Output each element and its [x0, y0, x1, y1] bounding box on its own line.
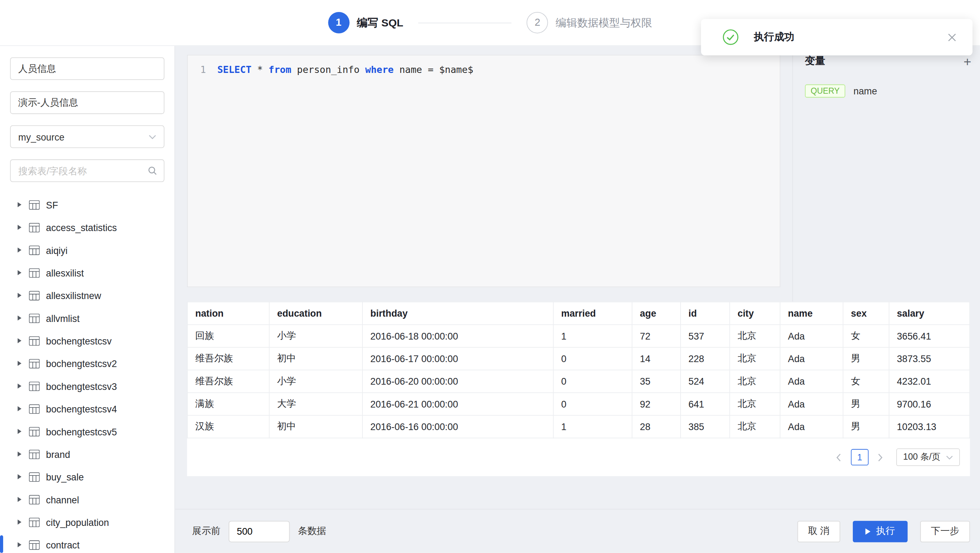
table-cell: 1: [554, 325, 632, 347]
table-cell: 北京: [730, 370, 780, 393]
caret-right-icon[interactable]: [18, 270, 21, 275]
page-number[interactable]: 1: [851, 449, 868, 465]
table-cell: 男: [843, 415, 889, 438]
caret-right-icon[interactable]: [18, 248, 21, 253]
caret-right-icon[interactable]: [18, 293, 21, 298]
next-page-icon[interactable]: [872, 449, 888, 465]
sidebar-table-item[interactable]: allesxilist: [10, 261, 164, 284]
sidebar-table-item[interactable]: contract: [10, 533, 164, 553]
table-cell: 初中: [269, 415, 363, 438]
caret-right-icon[interactable]: [18, 497, 21, 502]
table-cell: 2016-06-17 00:00:00: [363, 347, 554, 370]
sidebar-table-item[interactable]: channel: [10, 488, 164, 511]
sidebar-table-item[interactable]: SF: [10, 193, 164, 216]
results-card: nationeducationbirthdaymarriedageidcityn…: [187, 302, 970, 476]
variable-type-badge: QUERY: [805, 84, 845, 98]
table-cell: 0: [554, 393, 632, 415]
table-cell: 28: [632, 415, 681, 438]
stepper: 1 编写 SQL 2 编辑数据模型与权限: [328, 12, 652, 33]
table-item-label: allesxilist: [46, 267, 84, 278]
caret-right-icon[interactable]: [18, 474, 21, 479]
caret-right-icon[interactable]: [18, 520, 21, 524]
table-item-label: allvmlist: [46, 313, 80, 323]
table-item-label: channel: [46, 494, 79, 505]
search-icon: [147, 165, 158, 178]
execute-button-label: 执行: [876, 525, 895, 537]
table-cell: 女: [843, 325, 889, 347]
table-cell: 1: [554, 415, 632, 438]
sidebar-table-item[interactable]: allvmlist: [10, 307, 164, 329]
add-variable-icon[interactable]: +: [963, 55, 971, 68]
pagination: 1 100 条/页: [187, 438, 970, 476]
sidebar-table-item[interactable]: bochengtestcsv4: [10, 397, 164, 420]
sidebar-table-item[interactable]: bochengtestcsv5: [10, 420, 164, 443]
table-cell: 男: [843, 393, 889, 415]
page-size-select[interactable]: 100 条/页: [896, 448, 960, 466]
step-2-label: 编辑数据模型与权限: [556, 16, 652, 30]
table-icon: [29, 404, 40, 413]
sidebar-table-item[interactable]: access_statistics: [10, 216, 164, 238]
sidebar-table-item[interactable]: city_population: [10, 511, 164, 533]
caret-right-icon[interactable]: [18, 451, 21, 456]
table-cell: 537: [681, 325, 730, 347]
table-row: 回族小学2016-06-18 00:00:00172537北京Ada女3656.…: [188, 325, 970, 347]
caret-right-icon[interactable]: [18, 384, 21, 389]
caret-right-icon[interactable]: [18, 225, 21, 230]
table-icon: [29, 222, 40, 232]
prev-page-icon[interactable]: [830, 449, 847, 465]
step-2-circle[interactable]: 2: [527, 12, 548, 33]
table-row: 维吾尔族小学2016-06-20 00:00:00035524北京Ada女423…: [188, 370, 970, 393]
sidebar-table-item[interactable]: brand: [10, 443, 164, 465]
table-row: 维吾尔族初中2016-06-17 00:00:00014228北京Ada男387…: [188, 347, 970, 370]
success-toast: 执行成功: [701, 19, 973, 56]
datasource-select[interactable]: my_source: [10, 126, 164, 148]
table-item-label: bochengtestcsv4: [46, 403, 117, 414]
table-icon: [29, 268, 40, 278]
caret-right-icon[interactable]: [18, 202, 21, 207]
table-item-label: brand: [46, 449, 70, 459]
table-icon: [29, 472, 40, 481]
sidebar-table-item[interactable]: bochengtestcsv3: [10, 375, 164, 397]
table-cell: 满族: [188, 393, 269, 415]
column-header: id: [681, 302, 730, 324]
table-icon: [29, 517, 40, 527]
sidebar-table-item[interactable]: bochengtestcsv2: [10, 352, 164, 374]
datasource-value: my_source: [18, 131, 64, 142]
success-check-icon: [722, 29, 739, 45]
table-icon: [29, 245, 40, 255]
next-step-button[interactable]: 下一步: [920, 521, 970, 542]
table-item-label: bochengtestcsv: [46, 335, 112, 346]
caret-right-icon[interactable]: [18, 316, 21, 321]
column-header: education: [269, 302, 363, 324]
variable-row[interactable]: QUERY name: [805, 84, 971, 98]
table-cell: 北京: [730, 393, 780, 415]
caret-right-icon[interactable]: [18, 542, 21, 547]
sidebar-table-item[interactable]: buy_sale: [10, 465, 164, 488]
caret-right-icon[interactable]: [18, 429, 21, 434]
cancel-button[interactable]: 取 消: [797, 521, 840, 542]
table-icon: [29, 540, 40, 550]
sidebar-table-item[interactable]: aiqiyi: [10, 239, 164, 261]
scrollbar-thumb[interactable]: [0, 536, 3, 553]
code-token: where: [365, 64, 394, 75]
caret-right-icon[interactable]: [18, 406, 21, 411]
sidebar-table-item[interactable]: allesxilistnew: [10, 284, 164, 307]
model-alias-input[interactable]: [10, 91, 164, 114]
close-icon[interactable]: [948, 33, 956, 41]
footer-actions: 取 消 执行 下一步: [797, 521, 970, 542]
table-cell: 228: [681, 347, 730, 370]
execute-button[interactable]: 执行: [853, 521, 908, 542]
caret-right-icon[interactable]: [18, 361, 21, 366]
table-item-label: aiqiyi: [46, 245, 68, 255]
search-input[interactable]: [10, 159, 164, 182]
sidebar-table-item[interactable]: bochengtestcsv: [10, 329, 164, 352]
sql-editor[interactable]: 1SELECT * from person_info where name = …: [187, 55, 780, 288]
table-cell: 初中: [269, 347, 363, 370]
model-name-input[interactable]: [10, 57, 164, 80]
content: my_source: [0, 45, 980, 553]
row-limit-input[interactable]: [229, 521, 290, 542]
limit-suffix-label: 条数据: [298, 525, 326, 537]
caret-right-icon[interactable]: [18, 338, 21, 343]
table-search: [10, 159, 164, 182]
code-token: SELECT: [217, 64, 251, 75]
